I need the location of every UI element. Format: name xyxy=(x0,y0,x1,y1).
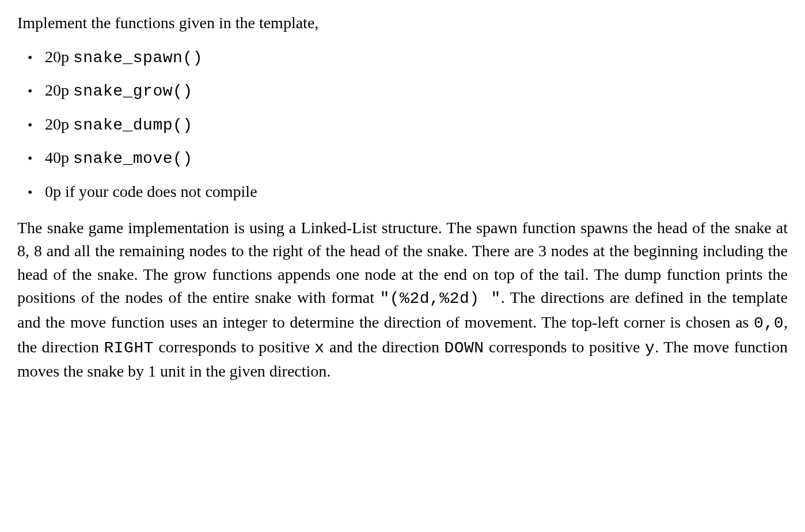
points-label: 20p xyxy=(45,81,73,99)
list-item: 40p snake_move() xyxy=(45,146,788,171)
format-string: "(%2d,%2d) " xyxy=(380,290,501,307)
axis-x: x xyxy=(314,339,324,357)
points-label: 40p xyxy=(45,149,73,166)
points-label: 0p if your code does not compile xyxy=(45,183,257,200)
points-label: 20p xyxy=(45,115,73,133)
code-label: snake_grow() xyxy=(73,82,193,100)
intro-text: Implement the functions given in the tem… xyxy=(17,12,788,35)
direction-down: DOWN xyxy=(444,339,484,357)
list-item: 20p snake_dump() xyxy=(45,113,788,138)
list-item: 0p if your code does not compile xyxy=(45,180,788,204)
list-item: 20p snake_spawn() xyxy=(45,45,788,70)
body-text-segment: corresponds to positive xyxy=(484,338,645,356)
origin-coord: 0,0 xyxy=(754,314,784,332)
function-list: 20p snake_spawn() 20p snake_grow() 20p s… xyxy=(17,45,788,204)
list-item: 20p snake_grow() xyxy=(45,79,788,104)
code-label: snake_spawn() xyxy=(73,49,203,67)
code-label: snake_dump() xyxy=(73,116,193,134)
body-text-segment: and the direction xyxy=(325,338,445,356)
body-text-segment: corresponds to positive xyxy=(154,338,314,356)
code-label: snake_move() xyxy=(73,150,193,168)
points-label: 20p xyxy=(45,48,73,66)
axis-y: y xyxy=(645,339,655,357)
direction-right: RIGHT xyxy=(104,339,154,357)
body-paragraph: The snake game implementation is using a… xyxy=(17,216,788,383)
